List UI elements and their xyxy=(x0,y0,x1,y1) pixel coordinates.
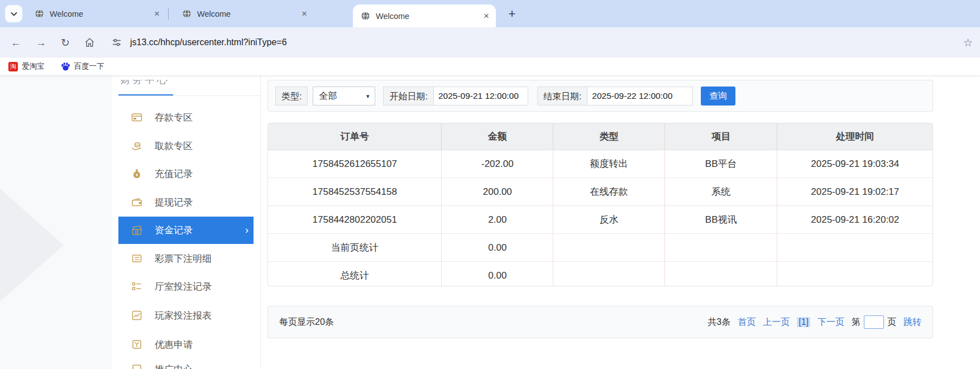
column-header: 类型 xyxy=(553,123,665,150)
back-icon[interactable]: ← xyxy=(11,37,21,48)
column-header: 处理时间 xyxy=(777,123,933,150)
sidebar-item-label: 提现记录 xyxy=(155,196,193,209)
tab-close-icon[interactable]: × xyxy=(479,11,496,22)
chart-report-icon xyxy=(131,310,142,321)
records-table: 订单号 金额 类型 项目 处理时间 1758452612655107 -202.… xyxy=(267,123,933,286)
page-content: 财务中心 存款专区 取款专区 ¥ 充值记录 提现记录 资金记录 xyxy=(0,75,980,369)
address-bar: ← → ↻ js13.cc/hhcp/usercenter.html?iniTy… xyxy=(0,27,980,57)
filter-panel: 类型: 全部 ▾ 开始日期: 结束日期: 查询 xyxy=(267,80,933,112)
current-page-badge: [1] xyxy=(797,317,810,327)
order-id-cell: 1758452612655107 xyxy=(268,150,441,178)
order-id-cell: 1758452537554158 xyxy=(268,178,441,205)
banknotes-icon xyxy=(131,225,142,236)
table-row: 1758452612655107 -202.00 额度转出 BB平台 2025-… xyxy=(268,150,933,178)
page-size-text: 每页显示20条 xyxy=(279,317,334,328)
sidebar-item-label: 优惠申请 xyxy=(155,338,193,351)
sidebar-item-deposit[interactable]: 存款专区 xyxy=(118,104,254,131)
type-cell: 额度转出 xyxy=(553,150,665,178)
page-left-background xyxy=(0,75,112,369)
amount-cell: 0.00 xyxy=(441,234,553,261)
start-date-input[interactable] xyxy=(433,87,528,106)
sidebar-item-label: 存款专区 xyxy=(155,111,193,124)
bookmark-baidu[interactable]: 百度一下 xyxy=(61,61,104,71)
sidebar-item-label: 充值记录 xyxy=(155,167,193,180)
sidebar-item-funds-record[interactable]: 资金记录 › xyxy=(118,217,254,244)
bookmark-star-icon[interactable]: ☆ xyxy=(963,36,973,49)
empty-cell xyxy=(553,262,665,286)
url-text[interactable]: js13.cc/hhcp/usercenter.html?iniType=6 xyxy=(130,37,287,47)
sidebar-item-recharge-record[interactable]: ¥ 充值记录 xyxy=(118,160,254,187)
query-button[interactable]: 查询 xyxy=(701,87,735,106)
gift-ticket-icon xyxy=(131,339,142,350)
amount-cell: 200.00 xyxy=(441,178,553,205)
reload-icon[interactable]: ↻ xyxy=(61,37,70,48)
bookmark-taobao[interactable]: 淘 爱淘宝 xyxy=(8,61,45,71)
tab-strip: Welcome × Welcome × Welcome × + xyxy=(0,0,980,27)
promo-center-icon xyxy=(131,363,142,369)
total-count-text: 共3条 xyxy=(707,317,730,328)
project-cell: BB平台 xyxy=(665,150,777,178)
summary-label-cell: 当前页统计 xyxy=(268,234,441,261)
forward-icon[interactable]: → xyxy=(36,37,46,48)
next-page-link[interactable]: 下一页 xyxy=(818,317,844,328)
type-cell: 反水 xyxy=(553,206,665,233)
type-cell: 在线存款 xyxy=(553,178,665,205)
prev-page-link[interactable]: 上一页 xyxy=(763,317,790,328)
table-row: 1758452537554158 200.00 在线存款 系统 2025-09-… xyxy=(268,178,933,205)
home-icon[interactable] xyxy=(84,37,95,47)
jump-suffix-label: 页 xyxy=(887,317,896,328)
tab-welcome-2[interactable]: Welcome × xyxy=(174,0,314,27)
sidebar-item-promo-apply[interactable]: 优惠申请 xyxy=(118,331,254,358)
wallet-icon xyxy=(131,197,142,208)
site-settings-icon[interactable] xyxy=(112,37,122,47)
project-cell: 系统 xyxy=(665,178,777,205)
baidu-paw-icon xyxy=(61,62,70,71)
table-summary-row-page: 当前页统计 0.00 xyxy=(268,233,933,261)
type-select[interactable]: 全部 ▾ xyxy=(313,87,375,106)
bookmarks-bar: 淘 爱淘宝 百度一下 xyxy=(0,57,980,75)
money-bag-icon: ¥ xyxy=(131,168,142,179)
end-date-input[interactable] xyxy=(587,87,693,106)
sidebar-item-partial[interactable]: 推广中心 xyxy=(118,356,254,369)
time-cell: 2025-09-21 16:20:02 xyxy=(777,206,933,233)
new-tab-button[interactable]: + xyxy=(504,6,520,22)
tab-separator xyxy=(168,8,169,20)
page-jump-input[interactable] xyxy=(864,315,884,329)
empty-cell xyxy=(665,234,777,261)
hand-coins-icon xyxy=(131,140,142,151)
tab-title: Welcome xyxy=(376,12,479,21)
tab-title: Welcome xyxy=(197,9,297,18)
time-cell: 2025-09-21 19:03:34 xyxy=(777,150,933,178)
tab-welcome-1[interactable]: Welcome × xyxy=(27,0,166,27)
table-header-row: 订单号 金额 类型 项目 处理时间 xyxy=(268,123,933,150)
empty-cell xyxy=(553,234,665,261)
taobao-icon: 淘 xyxy=(8,62,18,71)
sidebar-item-withdrawal-record[interactable]: 提现记录 xyxy=(118,189,254,215)
sidebar-item-label: 取款专区 xyxy=(155,140,193,152)
column-header: 金额 xyxy=(441,123,553,150)
globe-icon xyxy=(361,11,370,21)
sidebar-item-withdraw[interactable]: 取款专区 xyxy=(118,132,254,159)
jump-action-link[interactable]: 跳转 xyxy=(903,317,921,328)
select-chevron-icon: ▾ xyxy=(366,93,370,100)
summary-label-cell: 总统计 xyxy=(268,262,441,286)
triangle-watermark xyxy=(0,189,64,301)
first-page-link[interactable]: 首页 xyxy=(738,317,756,328)
column-header: 项目 xyxy=(665,123,777,150)
sidebar-item-player-bet-report[interactable]: 玩家投注报表 xyxy=(118,302,254,329)
sidebar-item-lottery-bet-detail[interactable]: 彩票下注明细 xyxy=(118,245,254,272)
order-id-cell: 1758442802202051 xyxy=(268,206,441,233)
tab-close-icon[interactable]: × xyxy=(150,8,166,20)
amount-cell: 2.00 xyxy=(441,206,553,233)
browser-window: Welcome × Welcome × Welcome × + ← → ↻ js… xyxy=(0,0,980,369)
tab-search-button[interactable] xyxy=(5,5,22,22)
sidebar-item-hall-bet-record[interactable]: 厅室投注记录 xyxy=(118,273,254,300)
sidebar-divider xyxy=(118,95,260,96)
sidebar-item-label: 资金记录 xyxy=(155,224,193,237)
tab-close-icon[interactable]: × xyxy=(297,8,314,20)
sidebar-item-label: 推广中心 xyxy=(155,363,193,369)
type-label: 类型: xyxy=(275,87,308,106)
empty-cell xyxy=(665,262,777,286)
tab-welcome-3-active[interactable]: Welcome × xyxy=(353,4,496,27)
sidebar-item-label: 玩家投注报表 xyxy=(155,309,212,322)
